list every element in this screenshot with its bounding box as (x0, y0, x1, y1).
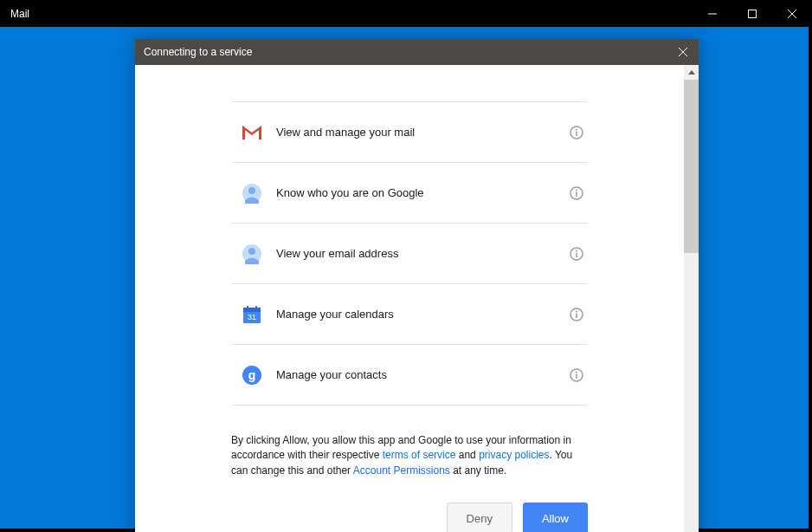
permission-item-calendar: 31 Manage your calendars (231, 284, 588, 345)
dialog-body: View and manage your mail Know who you a… (135, 65, 699, 532)
svg-rect-21 (243, 308, 261, 312)
info-icon[interactable] (569, 367, 584, 383)
permission-label: View your email address (276, 247, 569, 260)
svg-rect-27 (576, 313, 577, 318)
window-controls (693, 0, 812, 27)
window-maximize-button[interactable] (732, 0, 772, 27)
dialog-actions: Deny Allow (231, 503, 588, 532)
permission-item-contacts: g Manage your contacts (231, 345, 588, 405)
gmail-icon (242, 122, 262, 143)
svg-point-26 (576, 310, 577, 312)
permission-item-email: View your email address (231, 224, 588, 284)
dialog-close-button[interactable] (674, 43, 692, 61)
window-close-button[interactable] (772, 0, 812, 27)
info-icon[interactable] (569, 125, 584, 140)
disclosure-and: and (455, 449, 479, 461)
terms-of-service-link[interactable]: terms of service (383, 449, 456, 461)
svg-text:g: g (248, 368, 256, 382)
info-icon[interactable] (569, 307, 584, 322)
scroll-up-arrow-icon[interactable] (684, 65, 699, 80)
calendar-icon: 31 (242, 304, 262, 325)
svg-rect-1 (749, 10, 757, 17)
permission-label: Manage your calendars (276, 308, 569, 321)
privacy-policies-link[interactable]: privacy policies (479, 449, 549, 461)
svg-point-11 (248, 187, 255, 194)
permission-label: View and manage your mail (276, 126, 569, 139)
dialog-content: View and manage your mail Know who you a… (135, 65, 684, 532)
svg-point-18 (576, 250, 577, 251)
person-icon (242, 243, 262, 264)
svg-rect-9 (576, 131, 577, 136)
person-icon (242, 183, 262, 204)
info-icon[interactable] (569, 246, 584, 262)
svg-point-16 (248, 248, 255, 255)
svg-point-31 (576, 371, 577, 373)
permission-item-identity: Know who you are on Google (231, 163, 588, 224)
disclosure-suffix: at any time. (450, 464, 506, 477)
window-title: Mail (10, 8, 29, 20)
svg-rect-32 (576, 373, 577, 379)
app-body: Connecting to a service View and manage … (0, 27, 809, 529)
svg-point-8 (576, 128, 577, 130)
info-icon[interactable] (569, 185, 584, 201)
scroll-thumb[interactable] (684, 80, 699, 253)
deny-button[interactable]: Deny (447, 503, 512, 532)
dialog-title: Connecting to a service (144, 46, 252, 58)
permission-label: Manage your contacts (276, 368, 569, 381)
svg-rect-23 (255, 306, 257, 309)
disclosure-text: By clicking Allow, you allow this app an… (231, 433, 588, 478)
svg-rect-14 (576, 191, 577, 197)
dialog-header: Connecting to a service (135, 39, 699, 65)
permission-label: Know who you are on Google (276, 186, 569, 199)
allow-button[interactable]: Allow (523, 503, 588, 532)
google-icon: g (242, 365, 262, 386)
svg-rect-19 (576, 252, 577, 257)
window-titlebar: Mail (0, 0, 812, 27)
account-permissions-link[interactable]: Account Permissions (353, 464, 450, 477)
vertical-scrollbar[interactable] (684, 65, 699, 532)
svg-text:31: 31 (248, 313, 256, 321)
permissions-list: View and manage your mail Know who you a… (231, 101, 588, 405)
permission-item-mail: View and manage your mail (231, 102, 588, 163)
svg-point-13 (576, 189, 577, 191)
svg-rect-22 (247, 306, 248, 309)
window-minimize-button[interactable] (693, 0, 732, 27)
connect-service-dialog: Connecting to a service View and manage … (135, 39, 699, 532)
